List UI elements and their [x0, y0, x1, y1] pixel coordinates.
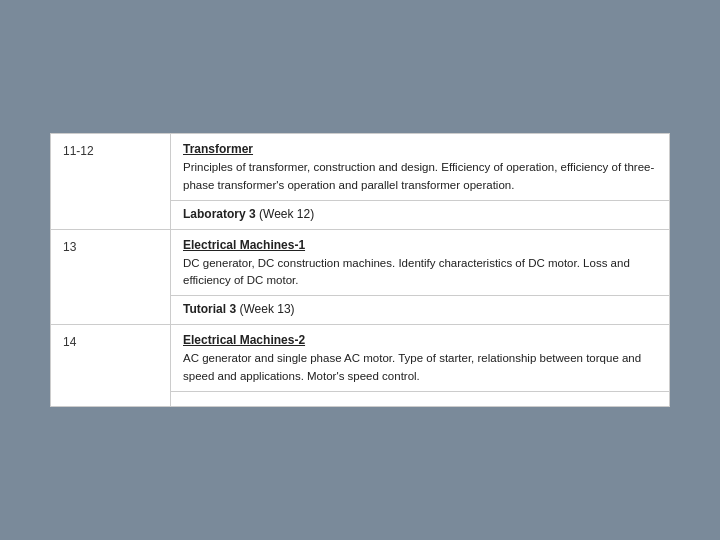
lab-tutorial-section: Tutorial 3 (Week 13) [171, 296, 669, 324]
course-table: 11-12TransformerPrinciples of transforme… [50, 133, 670, 407]
table-row: 11-12TransformerPrinciples of transforme… [51, 134, 669, 230]
topic-description: AC generator and single phase AC motor. … [183, 350, 657, 385]
content-cell: Electrical Machines-1DC generator, DC co… [171, 230, 669, 325]
week-cell: 14 [51, 325, 171, 406]
topic-description: DC generator, DC construction machines. … [183, 255, 657, 290]
lab-tutorial-label: Laboratory 3 (Week 12) [183, 207, 657, 221]
week-cell: 13 [51, 230, 171, 325]
topic-description: Principles of transformer, construction … [183, 159, 657, 194]
topic-section: Electrical Machines-2AC generator and si… [171, 325, 669, 392]
table-row: 14Electrical Machines-2AC generator and … [51, 325, 669, 406]
topic-section: Electrical Machines-1DC generator, DC co… [171, 230, 669, 297]
table-row: 13Electrical Machines-1DC generator, DC … [51, 230, 669, 326]
lab-tutorial-section: Laboratory 3 (Week 12) [171, 201, 669, 229]
content-cell: TransformerPrinciples of transformer, co… [171, 134, 669, 229]
lab-tutorial-section [171, 392, 669, 406]
week-cell: 11-12 [51, 134, 171, 229]
topic-section: TransformerPrinciples of transformer, co… [171, 134, 669, 201]
content-cell: Electrical Machines-2AC generator and si… [171, 325, 669, 406]
topic-title: Electrical Machines-2 [183, 333, 657, 347]
week-number: 11-12 [63, 144, 158, 158]
topic-title: Transformer [183, 142, 657, 156]
topic-title: Electrical Machines-1 [183, 238, 657, 252]
lab-tutorial-label: Tutorial 3 (Week 13) [183, 302, 657, 316]
week-number: 13 [63, 240, 158, 254]
week-number: 14 [63, 335, 158, 349]
